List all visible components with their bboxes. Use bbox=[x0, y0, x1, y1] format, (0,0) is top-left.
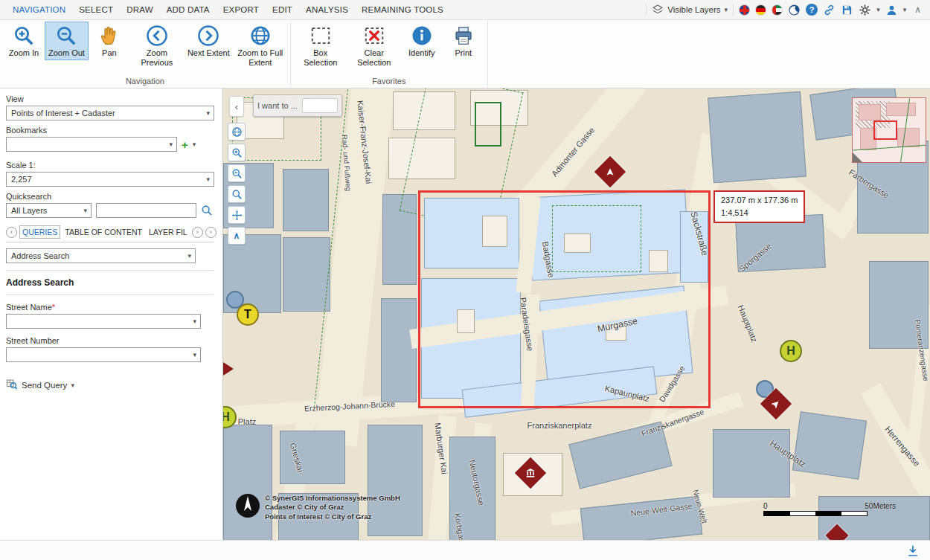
street-label: Franziskanerplatz bbox=[527, 421, 592, 430]
bookmarks-label: Bookmarks bbox=[6, 126, 214, 135]
print-icon bbox=[452, 25, 475, 47]
sidebar-collapse-button[interactable]: ‹ bbox=[229, 96, 244, 117]
tabs-more-button[interactable]: › bbox=[205, 227, 217, 238]
left-panel: View Points of Interest + Cadaster ▾ Boo… bbox=[0, 88, 223, 540]
museum-icon bbox=[525, 467, 536, 479]
pan-button[interactable]: Pan bbox=[89, 22, 130, 60]
language-english-icon[interactable] bbox=[739, 4, 750, 16]
download-button[interactable] bbox=[906, 544, 920, 558]
zoom-full-extent-button[interactable]: Zoom to Full Extent bbox=[234, 22, 287, 69]
tab-layer-filter[interactable]: LAYER FIL bbox=[147, 226, 190, 238]
divider bbox=[733, 4, 734, 16]
menu-tab-analysis[interactable]: ANALYSIS bbox=[299, 5, 355, 14]
map-zoom-in-button[interactable] bbox=[228, 144, 246, 161]
tabs-scroll-left-button[interactable]: ‹ bbox=[6, 227, 17, 238]
tab-queries[interactable]: QUERIES bbox=[19, 225, 60, 239]
map-full-extent-button[interactable] bbox=[228, 123, 246, 141]
map-building-block bbox=[283, 237, 330, 312]
street-number-select[interactable]: ▾ bbox=[6, 347, 201, 362]
globe-icon bbox=[249, 25, 272, 47]
menu-tab-draw[interactable]: DRAW bbox=[120, 5, 160, 14]
overview-resize-handle[interactable] bbox=[853, 152, 862, 162]
measurement-tooltip: 237.07 m x 177.36 m 1:4,514 bbox=[713, 190, 805, 223]
street-label: Platz bbox=[238, 417, 256, 426]
chevron-down-icon: ▾ bbox=[169, 141, 173, 148]
settings-gear-icon[interactable] bbox=[859, 4, 871, 16]
chevron-down-icon: ▾ bbox=[903, 6, 907, 13]
chevron-down-icon: ▾ bbox=[83, 207, 87, 214]
selection-rectangle bbox=[418, 190, 711, 408]
box-selection-button[interactable]: Box Selection bbox=[294, 22, 347, 69]
menu-tab-export[interactable]: EXPORT bbox=[217, 5, 266, 14]
street-name-input[interactable]: ▾ bbox=[6, 314, 201, 329]
view-select[interactable]: Points of Interest + Cadaster ▾ bbox=[6, 106, 214, 120]
menu-tab-remaining-tools[interactable]: REMAINING TOOLS bbox=[355, 5, 450, 14]
identify-button[interactable]: Identify bbox=[401, 22, 443, 60]
quicksearch-search-icon[interactable] bbox=[201, 205, 213, 216]
map-building-block bbox=[713, 429, 790, 498]
scale-select[interactable]: 2,257 ▾ bbox=[6, 172, 214, 187]
next-extent-button[interactable]: Next Extent bbox=[184, 22, 234, 60]
next-extent-icon bbox=[197, 25, 219, 47]
tab-table-of-content[interactable]: TABLE OF CONTENT bbox=[62, 226, 144, 238]
menu-tab-edit[interactable]: EDIT bbox=[266, 5, 299, 14]
share-link-icon[interactable] bbox=[823, 4, 836, 16]
poi-arrow-marker[interactable] bbox=[594, 156, 626, 187]
transit-stop-marker[interactable]: T bbox=[237, 303, 259, 326]
map-pan-center-button[interactable] bbox=[228, 206, 246, 224]
visible-layers-dropdown[interactable]: Visible Layers ▾ bbox=[652, 4, 728, 16]
form-title: Address Search bbox=[6, 277, 214, 288]
quicksearch-layer-select[interactable]: All Layers ▾ bbox=[6, 203, 92, 218]
send-query-options-caret[interactable]: ▾ bbox=[71, 382, 74, 389]
i-want-to-input[interactable] bbox=[302, 98, 338, 113]
map-zoom-window-button[interactable] bbox=[228, 185, 246, 203]
menu-tab-select[interactable]: SELECT bbox=[72, 5, 120, 14]
clear-selection-button[interactable]: Clear Selection bbox=[347, 22, 401, 69]
menu-bar: NAVIGATION SELECT DRAW ADD DATA EXPORT E… bbox=[0, 0, 930, 20]
language-arabic-icon[interactable] bbox=[772, 4, 783, 16]
overview-extent-rectangle[interactable] bbox=[873, 120, 897, 140]
map-tools-collapse-button[interactable]: ∧ bbox=[228, 227, 246, 245]
bookmark-options-caret[interactable]: ▾ bbox=[193, 141, 196, 148]
send-query-button[interactable]: Send Query ▾ bbox=[6, 379, 74, 392]
required-marker: * bbox=[52, 303, 55, 312]
tabs-scroll-right-button[interactable]: › bbox=[192, 227, 203, 238]
identify-info-icon bbox=[411, 25, 433, 47]
bookmarks-select[interactable]: ▾ bbox=[6, 137, 177, 152]
collapse-ribbon-icon[interactable]: ∧ bbox=[911, 4, 924, 15]
send-query-icon bbox=[6, 379, 18, 392]
street-label: Hauptplatz bbox=[737, 303, 760, 343]
query-type-select[interactable]: Address Search ▾ bbox=[6, 248, 196, 263]
menu-tab-add-data[interactable]: ADD DATA bbox=[160, 5, 217, 14]
map-copyright: © SynerGIS Informationssysteme GmbH Cada… bbox=[265, 494, 400, 521]
scale-bar-zero-label: 0 bbox=[763, 502, 768, 510]
dark-mode-moon-icon[interactable] bbox=[788, 4, 801, 16]
zoom-out-button[interactable]: Zoom Out bbox=[45, 22, 89, 60]
zoom-in-icon bbox=[13, 25, 35, 47]
quicksearch-input[interactable] bbox=[96, 203, 196, 218]
help-icon[interactable]: ? bbox=[806, 4, 818, 16]
overview-block bbox=[886, 103, 916, 116]
scale-label: Scale 1: bbox=[6, 161, 214, 170]
save-icon[interactable] bbox=[841, 4, 853, 16]
language-german-icon[interactable] bbox=[755, 4, 766, 16]
map-canvas[interactable]: Kaiser-Franz-Josef-Kai Rad- und Fußweg A… bbox=[223, 88, 930, 540]
pan-hand-icon bbox=[98, 25, 121, 47]
zoom-previous-icon bbox=[146, 25, 168, 47]
print-button[interactable]: Print bbox=[443, 22, 484, 60]
add-bookmark-button[interactable]: + bbox=[182, 139, 188, 150]
zoom-in-button[interactable]: Zoom In bbox=[3, 22, 45, 60]
map-building-block bbox=[223, 425, 272, 540]
zoom-window-icon bbox=[231, 189, 243, 200]
hospital-marker[interactable]: H bbox=[780, 340, 802, 362]
zoom-out-icon bbox=[55, 25, 77, 47]
overview-map[interactable] bbox=[852, 97, 926, 163]
user-account-icon[interactable] bbox=[885, 4, 898, 16]
chevron-down-icon: ▾ bbox=[876, 6, 880, 13]
map-zoom-out-button[interactable] bbox=[228, 164, 246, 182]
zoom-previous-button[interactable]: Zoom Previous bbox=[130, 22, 184, 69]
menu-tab-navigation[interactable]: NAVIGATION bbox=[6, 5, 72, 14]
bottom-bar bbox=[0, 540, 930, 560]
globe-icon bbox=[231, 126, 243, 138]
i-want-to-widget[interactable]: I want to ... bbox=[253, 94, 342, 117]
